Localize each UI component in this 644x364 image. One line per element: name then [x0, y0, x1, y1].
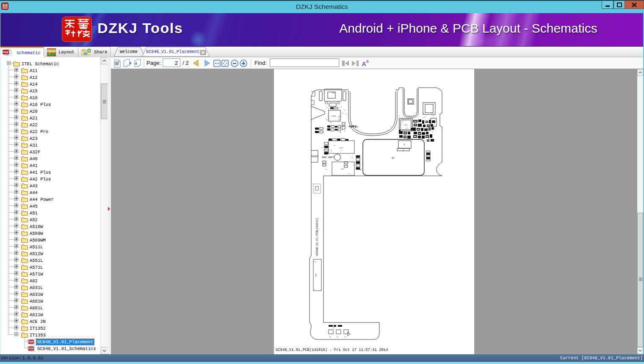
svg-text:GC948_V1.01_PCB(141016): GC948_V1.01_PCB(141016) [316, 217, 319, 256]
svg-text:a: a [366, 59, 369, 64]
svg-text:U101: U101 [404, 124, 407, 126]
svg-text:2: 2 [403, 149, 404, 151]
svg-text:POINT: POINT [311, 155, 318, 158]
svg-text:45: 45 [392, 157, 394, 160]
svg-text:28: 28 [314, 261, 316, 263]
svg-text:1: 1 [404, 144, 405, 146]
svg-text:E: E [337, 336, 338, 338]
svg-text:PDF: PDF [28, 347, 34, 350]
svg-text:B2B: B2B [315, 273, 317, 277]
svg-text:E: E [345, 336, 345, 338]
svg-text:U401: U401 [341, 168, 344, 170]
svg-text:E: E [329, 336, 330, 338]
svg-text:+SPK-: +SPK- [348, 125, 359, 128]
svg-text:J801: J801 [332, 92, 335, 94]
svg-text:+: + [333, 327, 334, 329]
svg-text:GC948_V1.01_PCB(141016) - Fri: GC948_V1.01_PCB(141016) - Fri Oct 17 11:… [276, 348, 388, 352]
svg-text:1: 1 [314, 289, 315, 290]
svg-text:GND VBAT: GND VBAT [322, 156, 334, 159]
svg-text:A: A [362, 60, 366, 67]
svg-text:PADS: PADS [47, 49, 55, 53]
svg-text:U303: U303 [332, 115, 336, 117]
svg-text:PDF: PDF [3, 51, 9, 54]
svg-text:PDF: PDF [28, 340, 34, 343]
svg-text:U201: U201 [340, 147, 343, 149]
